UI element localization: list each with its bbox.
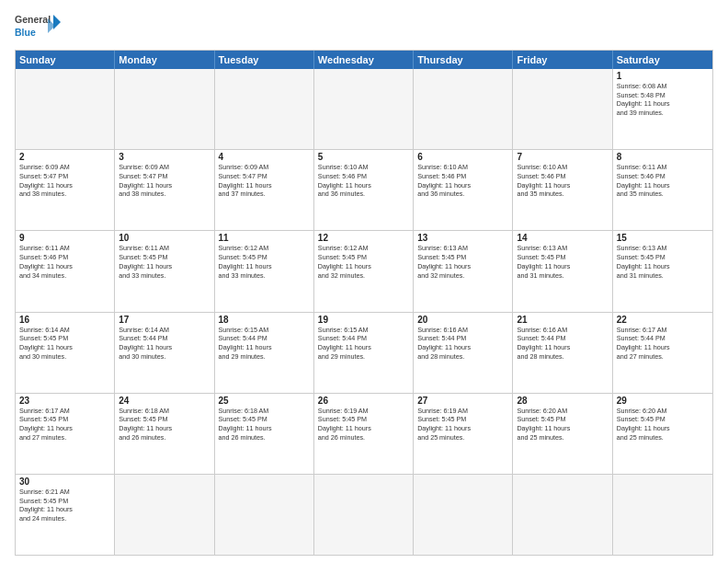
cell-day-number: 19 [318, 315, 409, 325]
cell-info: Sunrise: 6:10 AM Sunset: 5:46 PM Dayligh… [517, 163, 608, 199]
cell-day-number: 11 [219, 233, 310, 243]
cell-info: Sunrise: 6:18 AM Sunset: 5:45 PM Dayligh… [219, 407, 310, 442]
calendar-row-4: 23Sunrise: 6:17 AM Sunset: 5:45 PM Dayli… [16, 393, 712, 474]
calendar-row-1: 2Sunrise: 6:09 AM Sunset: 5:47 PM Daylig… [16, 149, 712, 230]
day-header-saturday: Saturday [613, 51, 712, 69]
calendar-cell: 27Sunrise: 6:19 AM Sunset: 5:45 PM Dayli… [414, 394, 513, 474]
cell-day-number: 3 [119, 152, 210, 162]
cell-info: Sunrise: 6:19 AM Sunset: 5:45 PM Dayligh… [417, 407, 508, 442]
cell-info: Sunrise: 6:20 AM Sunset: 5:45 PM Dayligh… [517, 407, 608, 442]
day-header-friday: Friday [513, 51, 612, 69]
cell-info: Sunrise: 6:10 AM Sunset: 5:46 PM Dayligh… [417, 163, 508, 199]
day-header-monday: Monday [115, 51, 214, 69]
cell-day-number: 17 [119, 315, 210, 325]
calendar-cell [16, 69, 115, 149]
header: General Blue [15, 11, 713, 44]
cell-info: Sunrise: 6:17 AM Sunset: 5:44 PM Dayligh… [617, 326, 709, 362]
cell-day-number: 29 [617, 396, 709, 406]
calendar-cell: 20Sunrise: 6:16 AM Sunset: 5:44 PM Dayli… [414, 313, 513, 393]
cell-day-number: 9 [19, 233, 110, 243]
cell-info: Sunrise: 6:10 AM Sunset: 5:46 PM Dayligh… [318, 163, 409, 199]
cell-info: Sunrise: 6:11 AM Sunset: 5:46 PM Dayligh… [617, 163, 709, 199]
day-header-thursday: Thursday [414, 51, 513, 69]
calendar-cell: 11Sunrise: 6:12 AM Sunset: 5:45 PM Dayli… [215, 231, 314, 311]
calendar-cell [414, 69, 513, 149]
cell-info: Sunrise: 6:17 AM Sunset: 5:45 PM Dayligh… [19, 407, 110, 442]
cell-info: Sunrise: 6:14 AM Sunset: 5:44 PM Dayligh… [119, 326, 210, 362]
cell-info: Sunrise: 6:13 AM Sunset: 5:45 PM Dayligh… [417, 244, 508, 280]
day-headers: SundayMondayTuesdayWednesdayThursdayFrid… [16, 51, 712, 69]
calendar-cell: 14Sunrise: 6:13 AM Sunset: 5:45 PM Dayli… [513, 231, 612, 311]
cell-day-number: 23 [19, 396, 110, 406]
calendar-cell [115, 475, 214, 555]
calendar-cell: 13Sunrise: 6:13 AM Sunset: 5:45 PM Dayli… [414, 231, 513, 311]
cell-day-number: 2 [19, 152, 110, 162]
cell-info: Sunrise: 6:11 AM Sunset: 5:45 PM Dayligh… [119, 244, 210, 280]
cell-day-number: 24 [119, 396, 210, 406]
cell-info: Sunrise: 6:21 AM Sunset: 5:45 PM Dayligh… [19, 488, 110, 523]
calendar-cell: 9Sunrise: 6:11 AM Sunset: 5:46 PM Daylig… [16, 231, 115, 311]
calendar-cell: 8Sunrise: 6:11 AM Sunset: 5:46 PM Daylig… [613, 150, 712, 230]
calendar-row-2: 9Sunrise: 6:11 AM Sunset: 5:46 PM Daylig… [16, 230, 712, 311]
calendar-row-0: 1Sunrise: 6:08 AM Sunset: 5:48 PM Daylig… [16, 69, 712, 149]
cell-info: Sunrise: 6:18 AM Sunset: 5:45 PM Dayligh… [119, 407, 210, 442]
calendar-cell: 26Sunrise: 6:19 AM Sunset: 5:45 PM Dayli… [314, 394, 414, 474]
calendar-cell [215, 69, 314, 149]
calendar-cell: 25Sunrise: 6:18 AM Sunset: 5:45 PM Dayli… [215, 394, 314, 474]
calendar-cell: 4Sunrise: 6:09 AM Sunset: 5:47 PM Daylig… [215, 150, 314, 230]
cell-day-number: 26 [318, 396, 409, 406]
cell-info: Sunrise: 6:16 AM Sunset: 5:44 PM Dayligh… [417, 326, 508, 362]
calendar-body: 1Sunrise: 6:08 AM Sunset: 5:48 PM Daylig… [16, 69, 712, 555]
calendar-cell: 7Sunrise: 6:10 AM Sunset: 5:46 PM Daylig… [513, 150, 612, 230]
cell-day-number: 21 [517, 315, 608, 325]
cell-day-number: 16 [19, 315, 110, 325]
calendar-cell: 15Sunrise: 6:13 AM Sunset: 5:45 PM Dayli… [613, 231, 712, 311]
cell-info: Sunrise: 6:09 AM Sunset: 5:47 PM Dayligh… [19, 163, 110, 199]
cell-day-number: 10 [119, 233, 210, 243]
calendar-cell: 2Sunrise: 6:09 AM Sunset: 5:47 PM Daylig… [16, 150, 115, 230]
day-header-wednesday: Wednesday [314, 51, 414, 69]
calendar-cell: 12Sunrise: 6:12 AM Sunset: 5:45 PM Dayli… [314, 231, 414, 311]
calendar-cell: 3Sunrise: 6:09 AM Sunset: 5:47 PM Daylig… [115, 150, 214, 230]
calendar-cell [115, 69, 214, 149]
calendar-cell: 28Sunrise: 6:20 AM Sunset: 5:45 PM Dayli… [513, 394, 612, 474]
cell-day-number: 20 [417, 315, 508, 325]
calendar-cell [513, 475, 612, 555]
calendar-cell [613, 475, 712, 555]
calendar-cell: 24Sunrise: 6:18 AM Sunset: 5:45 PM Dayli… [115, 394, 214, 474]
cell-day-number: 12 [318, 233, 409, 243]
calendar-cell: 22Sunrise: 6:17 AM Sunset: 5:44 PM Dayli… [613, 313, 712, 393]
svg-text:Blue: Blue [15, 27, 36, 38]
cell-info: Sunrise: 6:09 AM Sunset: 5:47 PM Dayligh… [119, 163, 210, 199]
calendar-cell: 23Sunrise: 6:17 AM Sunset: 5:45 PM Dayli… [16, 394, 115, 474]
cell-info: Sunrise: 6:13 AM Sunset: 5:45 PM Dayligh… [617, 244, 709, 280]
calendar-cell: 10Sunrise: 6:11 AM Sunset: 5:45 PM Dayli… [115, 231, 214, 311]
cell-day-number: 28 [517, 396, 608, 406]
calendar-cell: 29Sunrise: 6:20 AM Sunset: 5:45 PM Dayli… [613, 394, 712, 474]
svg-text:General: General [15, 14, 51, 25]
cell-info: Sunrise: 6:09 AM Sunset: 5:47 PM Dayligh… [219, 163, 310, 199]
cell-day-number: 4 [219, 152, 310, 162]
calendar-row-5: 30Sunrise: 6:21 AM Sunset: 5:45 PM Dayli… [16, 474, 712, 555]
calendar-cell [414, 475, 513, 555]
cell-info: Sunrise: 6:20 AM Sunset: 5:45 PM Dayligh… [617, 407, 709, 442]
logo: General Blue [15, 11, 63, 44]
cell-info: Sunrise: 6:14 AM Sunset: 5:45 PM Dayligh… [19, 326, 110, 362]
cell-info: Sunrise: 6:12 AM Sunset: 5:45 PM Dayligh… [219, 244, 310, 280]
calendar-cell [215, 475, 314, 555]
cell-day-number: 15 [617, 233, 709, 243]
cell-day-number: 1 [617, 71, 709, 81]
calendar-cell: 16Sunrise: 6:14 AM Sunset: 5:45 PM Dayli… [16, 313, 115, 393]
cell-day-number: 30 [19, 477, 110, 487]
page: General Blue SundayMondayTuesdayWednesda… [0, 0, 728, 563]
cell-day-number: 6 [417, 152, 508, 162]
cell-day-number: 27 [417, 396, 508, 406]
calendar-cell: 19Sunrise: 6:15 AM Sunset: 5:44 PM Dayli… [314, 313, 414, 393]
calendar-cell: 30Sunrise: 6:21 AM Sunset: 5:45 PM Dayli… [16, 475, 115, 555]
cell-day-number: 8 [617, 152, 709, 162]
cell-info: Sunrise: 6:15 AM Sunset: 5:44 PM Dayligh… [318, 326, 409, 362]
cell-info: Sunrise: 6:19 AM Sunset: 5:45 PM Dayligh… [318, 407, 409, 442]
cell-info: Sunrise: 6:08 AM Sunset: 5:48 PM Dayligh… [617, 82, 709, 118]
calendar-cell: 21Sunrise: 6:16 AM Sunset: 5:44 PM Dayli… [513, 313, 612, 393]
cell-day-number: 14 [517, 233, 608, 243]
